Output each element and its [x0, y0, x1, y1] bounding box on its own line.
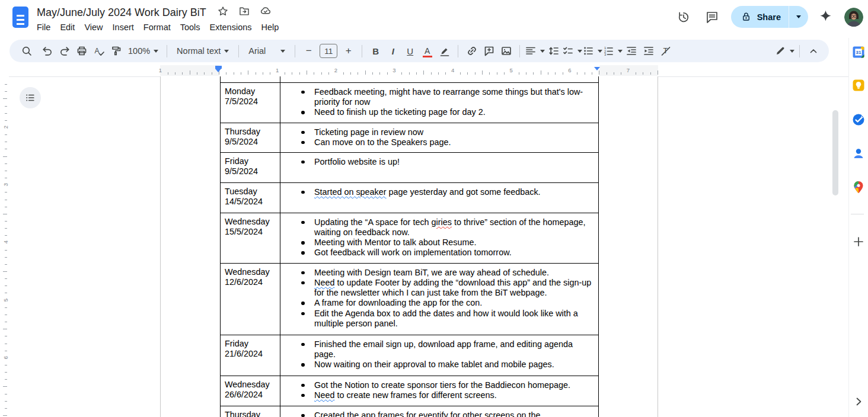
ruler-tick [314, 72, 314, 75]
notes-cell[interactable]: Portfolio website is up! [280, 153, 598, 182]
paragraph-style-select[interactable]: Normal text [172, 43, 234, 59]
bold-button[interactable]: B [367, 43, 384, 59]
show-side-panel-chevron-icon[interactable] [851, 394, 866, 409]
vertical-scrollbar-thumb[interactable] [832, 110, 838, 195]
print-button[interactable] [73, 43, 90, 59]
ruler-tick [182, 72, 183, 75]
right-indent-triangle[interactable] [594, 67, 600, 70]
bulleted-list-select[interactable] [582, 43, 602, 59]
notes-cell[interactable] [280, 76, 598, 82]
menu-help[interactable]: Help [257, 22, 284, 33]
editing-mode-select[interactable] [774, 43, 794, 59]
font-size-input[interactable]: 11 [320, 44, 337, 58]
gemini-sparkle-icon[interactable] [819, 9, 832, 25]
date-cell[interactable]: Wednesday12/6/2024 [221, 264, 280, 335]
horizontal-ruler[interactable]: 11234567 [0, 65, 849, 77]
notes-cell[interactable]: Created the app frames for eventify for … [280, 406, 598, 417]
menu-insert[interactable]: Insert [108, 22, 139, 33]
left-indent-marker[interactable] [215, 66, 222, 72]
align-select[interactable] [525, 43, 545, 59]
version-history-icon[interactable] [675, 9, 692, 25]
search-menus-button[interactable] [18, 43, 35, 59]
date-cell[interactable]: Tuesday14/5/2024 [221, 183, 280, 213]
insert-link-button[interactable] [463, 43, 480, 59]
ruler-tick [168, 72, 168, 75]
menu-extensions[interactable]: Extensions [205, 22, 257, 33]
undo-button[interactable] [39, 43, 56, 59]
share-button[interactable]: Share [731, 6, 808, 28]
insert-image-button[interactable] [497, 43, 515, 59]
ruler-tick [548, 72, 548, 75]
notes-cell[interactable]: Finished the email sign up, download app… [280, 335, 598, 376]
date-cell[interactable]: Monday7/5/2024 [221, 83, 280, 123]
show-comments-icon[interactable] [704, 9, 720, 25]
move-to-folder-icon[interactable] [238, 5, 250, 20]
google-keep-icon[interactable] [851, 78, 866, 92]
zoom-select[interactable]: 100% [125, 43, 162, 59]
menu-view[interactable]: View [79, 22, 107, 33]
underline-button[interactable]: U [401, 43, 419, 59]
chevron-down-icon [154, 50, 158, 53]
checklist-select[interactable] [562, 43, 582, 59]
date-cell[interactable]: Friday21/6/2024 [221, 335, 280, 376]
spell-check-button[interactable]: A [90, 43, 107, 59]
star-icon[interactable] [217, 5, 229, 20]
ruler-tick [3, 386, 7, 387]
right-indent-marker[interactable] [594, 67, 600, 70]
paint-format-button[interactable] [107, 43, 125, 59]
menu-file[interactable]: File [32, 22, 55, 33]
share-dropdown-button[interactable] [789, 6, 808, 28]
italic-button[interactable]: I [384, 43, 401, 59]
notes-cell[interactable]: Ticketing page in review nowCan move on … [280, 123, 598, 152]
numbered-list-select[interactable]: 123 [602, 43, 623, 59]
ruler-tick [234, 72, 234, 75]
notes-cell[interactable]: Feedback meeting, might have to rearrang… [280, 83, 598, 123]
line-spacing-button[interactable] [545, 43, 562, 59]
highlight-color-button[interactable] [436, 43, 453, 59]
ruler-tick [577, 72, 577, 75]
notes-cell[interactable]: Started on speaker page yesterday and go… [280, 183, 598, 213]
ruler-tick [372, 72, 373, 75]
chevron-down-icon [796, 15, 801, 18]
decrease-font-size-button[interactable]: − [300, 43, 317, 59]
notes-cell[interactable]: Meeting with Design team BiT, we are way… [280, 264, 598, 335]
clear-formatting-button[interactable]: T [657, 43, 674, 59]
ruler-tick [5, 171, 7, 171]
google-calendar-icon[interactable]: 31 [851, 45, 866, 59]
left-indent-triangle[interactable] [215, 69, 221, 72]
increase-font-size-button[interactable]: + [340, 43, 357, 59]
document-outline-button[interactable] [20, 87, 41, 108]
ruler-tick [5, 142, 7, 142]
google-contacts-icon[interactable] [851, 146, 866, 161]
ruler-tick [307, 70, 307, 75]
ruler-tick [5, 278, 7, 279]
account-avatar[interactable] [844, 8, 863, 27]
notes-cell[interactable]: Updating the “A space for tech giries to… [280, 213, 598, 263]
notes-cell[interactable]: Got the Notion to create sponsor tiers f… [280, 376, 598, 406]
document-title[interactable]: May/June/July 2024 Work Dairy BiT [37, 7, 206, 19]
add-comment-button[interactable] [480, 43, 497, 59]
date-cell[interactable]: Wednesday26/6/2024 [221, 376, 280, 406]
menu-edit[interactable]: Edit [55, 22, 79, 33]
ruler-tick [270, 72, 270, 75]
date-cell[interactable]: Friday9/5/2024 [221, 153, 280, 182]
google-maps-icon[interactable] [851, 180, 866, 194]
text-color-button[interactable]: A [419, 43, 436, 59]
date-cell[interactable]: Thursday [221, 406, 280, 417]
redo-button[interactable] [56, 43, 73, 59]
table-row: Friday21/6/2024Finished the email sign u… [221, 335, 598, 376]
note-text: Can move on to the Speakers page. [314, 137, 451, 147]
google-docs-logo-icon[interactable] [12, 7, 28, 28]
get-add-ons-icon[interactable] [851, 235, 866, 249]
font-select[interactable]: Arial [244, 43, 290, 59]
google-tasks-icon[interactable] [851, 113, 866, 127]
increase-indent-button[interactable] [640, 43, 657, 59]
date-cell[interactable]: Wednesday15/5/2024 [221, 213, 280, 263]
hide-menus-button[interactable] [805, 43, 822, 59]
date-cell[interactable]: Thursday9/5/2024 [221, 123, 280, 152]
decrease-indent-button[interactable] [623, 43, 640, 59]
menu-format[interactable]: Format [139, 22, 175, 33]
menu-tools[interactable]: Tools [175, 22, 205, 33]
date-cell[interactable] [221, 76, 280, 82]
cloud-saved-icon[interactable] [260, 5, 272, 20]
